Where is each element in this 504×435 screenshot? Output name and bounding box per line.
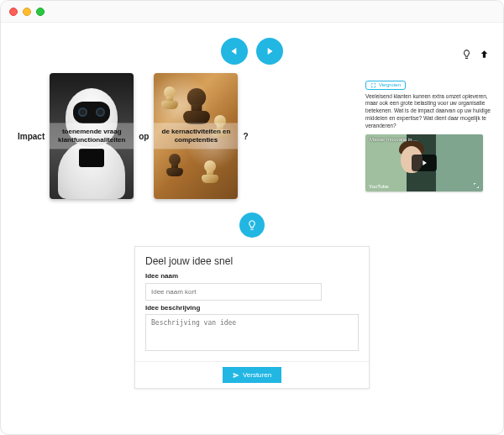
enlarge-button[interactable]: Vergroten: [365, 81, 406, 90]
submit-button[interactable]: Versturen: [223, 367, 281, 383]
card-right[interactable]: de kernactiviteiten en competenties: [154, 73, 238, 199]
impact-label: Impact: [13, 132, 50, 141]
info-body: Veeleisend klanten kunnen extra omzet op…: [365, 93, 491, 130]
submit-label: Versturen: [243, 371, 271, 379]
video-title: Master Innovatie in ...: [370, 137, 479, 142]
top-right-toolbar: [461, 48, 490, 59]
window-titlebar: [1, 1, 503, 23]
enlarge-label: Vergroten: [379, 82, 401, 87]
expand-icon: [370, 82, 376, 88]
idea-name-input[interactable]: [145, 283, 322, 301]
window-close-button[interactable]: [9, 8, 18, 16]
form-footer: Versturen: [135, 361, 369, 388]
card-left[interactable]: toenemende vraag klantfunctionaliteiten: [50, 73, 134, 199]
fullscreen-button[interactable]: [473, 182, 480, 189]
video-thumbnail[interactable]: Master Innovatie in ... YouTube: [365, 134, 483, 191]
idea-heading: Deel jouw idee snel: [145, 255, 359, 267]
triangle-left-icon: [228, 45, 240, 57]
hint-icon[interactable]: [461, 48, 472, 59]
idea-name-label: Idee naam: [145, 272, 359, 280]
nav-row: [1, 23, 503, 73]
prev-button[interactable]: [221, 38, 248, 65]
idea-section: Deel jouw idee snel Idee naam Idee besch…: [1, 212, 503, 389]
card-left-caption: toenemende vraag klantfunctionaliteiten: [50, 123, 134, 149]
main-row: Impact toenemende vraag klantfunctionali…: [1, 73, 503, 207]
info-panel: Vergroten Veeleisend klanten kunnen extr…: [365, 81, 491, 192]
play-icon: [420, 159, 428, 167]
send-icon: [233, 372, 239, 379]
app-content: Impact toenemende vraag klantfunctionali…: [1, 23, 503, 434]
video-platform: YouTube: [369, 184, 389, 189]
question-label: ?: [238, 132, 253, 141]
play-button[interactable]: [412, 155, 437, 171]
lightbulb-icon: [246, 219, 258, 231]
card-right-caption: de kernactiviteiten en competenties: [154, 123, 238, 149]
triangle-right-icon: [264, 45, 276, 57]
next-button[interactable]: [256, 38, 283, 65]
arrow-up-icon[interactable]: [479, 48, 490, 59]
op-label: op: [134, 132, 154, 141]
fullscreen-icon: [473, 182, 480, 189]
window-zoom-button[interactable]: [36, 8, 45, 16]
idea-form: Deel jouw idee snel Idee naam Idee besch…: [134, 246, 370, 389]
window-minimize-button[interactable]: [23, 8, 31, 16]
idea-bulb-button[interactable]: [239, 212, 265, 238]
app-window: Impact toenemende vraag klantfunctionali…: [0, 0, 504, 435]
idea-desc-label: Idee beschrijving: [145, 304, 359, 312]
idea-desc-textarea[interactable]: [145, 314, 359, 351]
